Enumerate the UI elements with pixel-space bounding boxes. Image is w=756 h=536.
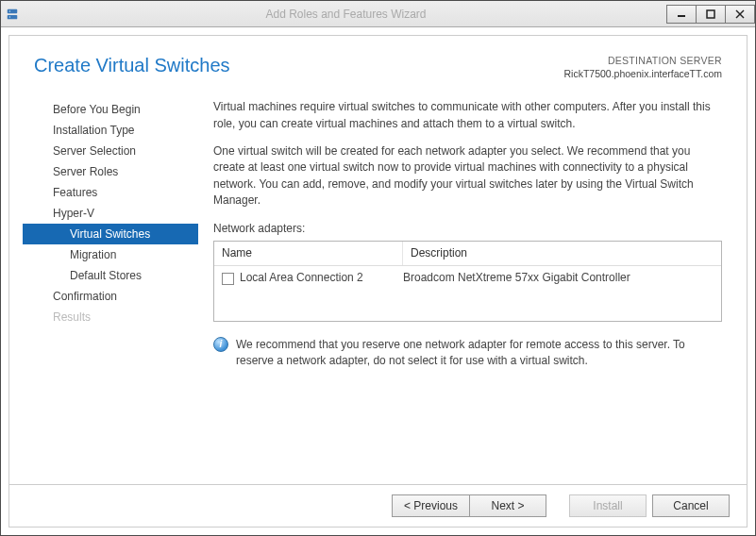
svg-rect-5	[707, 10, 714, 18]
nav-migration[interactable]: Migration	[23, 244, 198, 265]
nav-server-roles[interactable]: Server Roles	[23, 161, 198, 182]
column-name[interactable]: Name	[214, 242, 403, 265]
network-adapters-table: Name Description Local Area Connection 2…	[213, 241, 722, 322]
adapter-description: Broadcom NetXtreme 57xx Gigabit Controll…	[403, 270, 714, 286]
nav-hyper-v[interactable]: Hyper-V	[23, 203, 198, 224]
note-text: We recommend that you reserve one networ…	[236, 337, 722, 370]
previous-button[interactable]: < Previous	[392, 494, 469, 517]
nav-default-stores[interactable]: Default Stores	[23, 265, 198, 286]
minimize-button[interactable]	[666, 5, 697, 24]
destination-label: DESTINATION SERVER	[564, 55, 723, 68]
titlebar: Add Roles and Features Wizard	[1, 1, 755, 27]
svg-point-2	[9, 10, 10, 11]
recommendation-note: i We recommend that you reserve one netw…	[213, 337, 722, 370]
table-row[interactable]: Local Area Connection 2 Broadcom NetXtre…	[214, 266, 721, 290]
cancel-button[interactable]: Cancel	[652, 494, 730, 517]
column-description[interactable]: Description	[403, 242, 721, 265]
intro-paragraph-1: Virtual machines require virtual switche…	[213, 99, 722, 132]
adapter-checkbox[interactable]	[222, 273, 234, 285]
page-title: Create Virtual Switches	[34, 55, 230, 76]
nav-results: Results	[23, 307, 198, 327]
nav-installation-type[interactable]: Installation Type	[23, 120, 198, 141]
content-wrap: Create Virtual Switches DESTINATION SERV…	[1, 27, 755, 535]
footer: < Previous Next > Install Cancel	[9, 484, 747, 527]
svg-point-3	[9, 16, 10, 17]
network-adapters-label: Network adapters:	[213, 221, 722, 237]
wizard-nav: Before You Begin Installation Type Serve…	[23, 95, 198, 484]
wizard-window: Add Roles and Features Wizard Create Vir…	[0, 0, 756, 536]
nav-button-pair: < Previous Next >	[392, 494, 546, 517]
install-button: Install	[569, 494, 647, 517]
table-header: Name Description	[214, 242, 721, 266]
adapter-name: Local Area Connection 2	[240, 270, 363, 286]
destination-block: DESTINATION SERVER RickT7500.phoenix.int…	[564, 55, 723, 80]
intro-paragraph-2: One virtual switch will be created for e…	[213, 143, 722, 209]
info-icon: i	[213, 337, 228, 352]
app-icon	[5, 7, 20, 22]
nav-features[interactable]: Features	[23, 182, 198, 203]
next-button[interactable]: Next >	[469, 494, 546, 517]
header-row: Create Virtual Switches DESTINATION SERV…	[9, 36, 747, 86]
svg-rect-0	[8, 8, 18, 12]
maximize-button[interactable]	[696, 5, 726, 24]
nav-confirmation[interactable]: Confirmation	[23, 286, 198, 307]
nav-before-you-begin[interactable]: Before You Begin	[23, 99, 198, 120]
close-button[interactable]	[725, 5, 755, 24]
inner-panel: Create Virtual Switches DESTINATION SERV…	[8, 35, 748, 528]
svg-rect-1	[8, 14, 18, 18]
window-title: Add Roles and Features Wizard	[25, 8, 666, 21]
right-pane: Virtual machines require virtual switche…	[198, 95, 722, 484]
main-row: Before You Begin Installation Type Serve…	[9, 86, 747, 484]
nav-virtual-switches[interactable]: Virtual Switches	[23, 224, 198, 244]
nav-server-selection[interactable]: Server Selection	[23, 141, 198, 161]
destination-server: RickT7500.phoenix.interfaceTT.com	[564, 68, 723, 81]
adapter-name-cell: Local Area Connection 2	[222, 270, 403, 286]
window-controls	[666, 5, 755, 24]
